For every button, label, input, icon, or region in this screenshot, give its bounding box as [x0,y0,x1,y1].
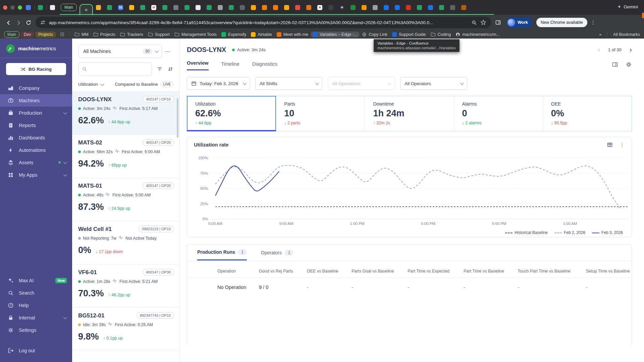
browser-tab[interactable]: A [317,5,322,10]
close-tab-icon[interactable]: ✕ [85,8,88,12]
browser-tab[interactable] [140,5,145,10]
sidebar-item-production[interactable]: Production [0,107,72,119]
layout-toggle-icon[interactable] [612,61,618,68]
zoom-icon[interactable] [471,20,477,25]
tab-group-main[interactable]: Main [61,4,77,11]
sidebar-item-reports[interactable]: Reports [0,119,72,131]
bookmark-item[interactable]: Airtable [249,32,274,38]
back-button[interactable] [3,17,13,27]
utilization-chart[interactable]: 0%25%50%75%100%5:00 AM9:00 AM1:00 PM5:00… [187,148,632,228]
sidebar-item-automations[interactable]: Automations [0,144,72,156]
browser-tab[interactable] [240,5,245,10]
filter-today-feb-3-2026[interactable]: Today: Feb 3, 2026 [187,77,250,90]
machine-card[interactable]: MATS-01400147 | OP20Active: 49sFirst Act… [72,178,179,221]
bookmarks-overflow-chevron[interactable]: » [599,32,601,37]
side-panel-button[interactable] [493,17,503,27]
sidebar-item-search[interactable]: Search [0,287,72,299]
kpi-utilization[interactable]: Utilization62.6%↑ 44.6pp [187,96,276,131]
browser-tab[interactable] [251,5,256,10]
site-settings-icon[interactable] [40,20,46,25]
machine-card[interactable]: Weld Cell #109823123 | OP10Not Reporting… [72,221,179,264]
browser-menu-icon[interactable]: ⋮ [591,19,596,25]
machine-list[interactable]: DOOS-LYNX400147 | OP10Active: 3m 24sFirs… [72,91,179,362]
sidebar-item-settings[interactable]: Settings [0,324,72,336]
machine-card[interactable]: DOOS-LYNX400147 | OP10Active: 3m 24sFirs… [72,91,179,134]
tab-production-runs[interactable]: Production Runs1 [197,249,247,260]
browser-tab[interactable]: 31 [118,5,123,10]
bookmark-item[interactable]: Support Guide [390,32,428,38]
reload-button[interactable] [23,17,34,27]
machine-card[interactable]: MATS-02400147 | OP20Active: 58m 32sFirst… [72,134,179,178]
minimize-window-button[interactable] [10,5,15,10]
pinned-tab[interactable] [26,5,31,10]
table-row[interactable]: No Operation9 / 0------ [187,278,632,296]
table-view-icon[interactable] [607,142,613,148]
pinned-tab[interactable] [50,5,55,10]
browser-tab[interactable] [196,5,201,10]
sidebar-item-help[interactable]: ?Help [0,299,72,311]
kpi-downtime[interactable]: Downtime1h 24m↑ 32m 2s [365,96,454,131]
pinned-tab[interactable] [38,5,43,10]
list-scrollbar-thumb[interactable] [177,98,178,138]
browser-tab[interactable] [306,5,311,10]
browser-tab[interactable] [417,5,422,10]
bookmark-item[interactable]: Trackers [118,31,146,38]
sidebar-item-dashboards[interactable]: Dashboards [0,131,72,144]
browser-tab[interactable]: M [151,5,156,10]
sidebar-item-assets[interactable]: Assets [0,156,72,169]
browser-tab[interactable] [284,5,289,10]
browser-tab[interactable]: M [339,5,344,10]
chart-more-icon[interactable]: ⋮ [620,141,625,148]
profile-chip[interactable]: Work [506,17,532,28]
machine-card-partial[interactable] [72,351,179,362]
tab-timeline[interactable]: Timeline [221,61,239,70]
sort-icon[interactable] [167,66,173,72]
bookmark-item[interactable]: Main [4,31,19,38]
browser-tab[interactable] [107,5,112,10]
browser-tab[interactable] [262,5,267,10]
browser-tab[interactable] [328,5,333,10]
gemini-label[interactable]: ✦Gemini [618,4,638,9]
browser-tab[interactable] [218,5,223,10]
bookmark-item[interactable]: Meet with me [274,32,311,38]
address-bar[interactable]: app.machinemetrics.com/app/machines/3f54… [36,17,491,28]
browser-tab[interactable] [184,5,190,10]
maximize-window-button[interactable] [18,5,22,10]
bookmark-item[interactable]: Dev [21,32,34,38]
next-machine-button[interactable]: › [630,46,632,54]
filter-icon[interactable] [157,66,163,72]
sidebar-item-my-apps[interactable]: My Apps [0,169,72,181]
bookmark-star-icon[interactable] [480,19,486,25]
bookmark-item[interactable]: MM [72,31,91,38]
browser-tab[interactable] [162,5,167,10]
bookmark-item[interactable]: Projects [91,31,118,38]
machine-group-select[interactable]: All Machines30 [78,45,162,58]
apps-grid-icon[interactable] [57,31,67,38]
browser-tab[interactable] [273,5,278,10]
org-switcher-button[interactable]: BG Racing [6,63,66,75]
browser-tab[interactable] [461,5,466,10]
browser-tab[interactable] [173,5,178,10]
browser-tab[interactable] [351,5,356,10]
search-input[interactable] [78,62,152,76]
kpi-parts[interactable]: Parts10↓ 2 parts [276,96,365,131]
all-bookmarks-button[interactable]: All Bookmarks [613,32,640,37]
sidebar-item-company[interactable]: Company [0,82,72,94]
sidebar-item-internal[interactable]: Internal [0,311,72,324]
browser-tab[interactable] [450,5,455,10]
browser-tab[interactable] [207,5,212,10]
settings-icon[interactable] [626,61,632,68]
bookmark-item[interactable]: Projects [35,32,56,38]
browser-tab[interactable] [428,5,433,10]
prev-machine-button[interactable]: ‹ [598,46,600,54]
bookmark-item[interactable]: machinemetrics/m... [453,32,502,38]
browser-tab[interactable] [395,5,400,10]
tab-diagnostics[interactable]: Diagnostics [252,61,277,70]
kpi-alarms[interactable]: Alarms0↓ 2 alarms [454,96,543,131]
browser-tab[interactable] [129,5,134,10]
browser-tab[interactable] [229,5,234,10]
kpi-oee[interactable]: OEE0%↓ 95.5pp [543,96,632,131]
bookmark-item[interactable]: Variables – Edge -... [311,32,360,38]
browser-tab[interactable] [373,5,378,10]
active-tab[interactable]: ✕ [79,4,93,15]
